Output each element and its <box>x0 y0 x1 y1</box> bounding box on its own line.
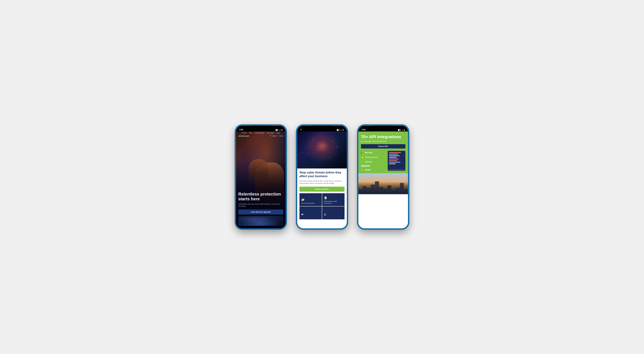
phone-3-time: 3:54 <box>362 129 366 131</box>
building-6 <box>379 187 383 194</box>
netskope-icon: 〜 <box>361 161 364 163</box>
phone-3-status-icons: ▐▌▌ ▲ ▮ <box>398 129 405 131</box>
phone-1-notch <box>250 126 271 130</box>
nav-careers[interactable]: Careers <box>242 132 246 134</box>
card-prevent-ransomware[interactable]: 📁 Prevent ransomware <box>300 193 322 206</box>
card-extra-2[interactable]: ⚙ <box>322 206 344 219</box>
mimecast-logo: mimecast <box>238 135 249 137</box>
building-4 <box>371 185 375 194</box>
network-visualization <box>297 131 347 168</box>
phone-2-time: 3 <box>300 129 302 131</box>
code-preview <box>388 151 406 171</box>
microsoft-logo: Microsoft <box>361 151 386 154</box>
code-line-2 <box>389 154 398 155</box>
phone-1-bottom-preview <box>238 216 283 226</box>
phone-2-cta-button[interactable]: Explore solutions <box>300 187 344 192</box>
paloalto-icon: ⟳ <box>361 169 364 171</box>
phones-container: 3:54 ▐▌▌ ▲ ▮ Careers Blog Contact Suppor… <box>235 125 409 229</box>
phone-3-api-title: 70+ API Integrations <box>361 134 406 139</box>
building-12 <box>404 189 408 194</box>
menu-icon: ≡ <box>278 135 279 137</box>
signal-icon: ▐▌▌ <box>336 129 340 131</box>
phone-2: 3 ▐▌▌ ▲ ▮ <box>296 125 348 229</box>
code-line-5 <box>389 158 399 159</box>
card-prevent-ransomware-label: Prevent ransomware <box>301 202 320 204</box>
phone-3-api-subtitle: for automation and orchestration. <box>361 140 406 142</box>
phone-1-hero-content: Relentless protection starts here Cybera… <box>236 161 286 228</box>
nav-login[interactable]: Login <box>276 132 280 134</box>
integration-logos-list: Microsoft ⚡ CROWDSTRIKE 〜 netskope <box>361 151 386 171</box>
building-10 <box>396 188 400 194</box>
nav-right-actions: 🔍 Search ≡ Menu <box>270 135 283 137</box>
crowdstrike-logo: ⚡ CROWDSTRIKE <box>361 156 386 159</box>
phone-1-navigation: Careers Blog Contact Support Get a quote… <box>236 131 286 138</box>
wifi-icon: ▲ <box>340 129 342 131</box>
building-2 <box>362 186 366 194</box>
crowdstrike-name: CROWDSTRIKE <box>365 157 378 158</box>
phone-1-nav-bottom: mimecast 🔍 Search ≡ Menu <box>238 135 283 137</box>
code-line-7 <box>389 162 400 163</box>
building-1 <box>358 189 362 194</box>
menu-label: Menu <box>280 135 283 137</box>
search-label: Search <box>272 135 277 137</box>
wifi-icon: ▲ <box>402 129 403 131</box>
building-7 <box>383 189 387 194</box>
building-8 <box>387 185 392 194</box>
crowdstrike-icon: ⚡ <box>361 156 364 159</box>
phone-2-content: Stop cyber threats before they affect yo… <box>297 131 347 228</box>
building-11 <box>400 183 404 194</box>
building-5 <box>375 181 379 194</box>
phone-2-cards-grid: 📁 Prevent ransomware 📋 Stop business ema… <box>300 193 344 219</box>
paloalto-logo: ⟳ paloalto <box>361 169 386 171</box>
phone-2-text-content: Stop cyber threats before they affect yo… <box>297 168 347 222</box>
phone-1-screen: Careers Blog Contact Support Get a quote… <box>236 131 286 228</box>
phone-1-cta-button[interactable]: Learn about our approach <box>238 210 283 215</box>
phone-2-headline: Stop cyber threats before they affect yo… <box>300 171 344 178</box>
building-3 <box>367 188 371 194</box>
microsoft-name: Microsoft <box>365 152 372 153</box>
wifi-icon: ▲ <box>279 129 281 131</box>
signal-icon: ▐▌▌ <box>398 129 401 131</box>
battery-icon: ▮ <box>342 129 344 131</box>
phone-2-hero-image <box>297 131 347 168</box>
phone-1-content: Careers Blog Contact Support Get a quote… <box>236 131 286 228</box>
code-line-3 <box>389 155 400 156</box>
heart-icon: ❤ <box>301 213 320 216</box>
city-image <box>358 173 408 194</box>
code-line-1 <box>389 152 401 153</box>
netskope-name: netskope <box>365 161 372 163</box>
paloalto-name: paloalto <box>365 169 370 171</box>
phone-2-status-icons: ▐▌▌ ▲ ▮ <box>336 129 344 131</box>
phone-1-status-icons: ▐▌▌ ▲ ▮ <box>275 129 282 131</box>
signal-icon: ▐▌▌ <box>275 129 278 131</box>
phone-3-screen: 70+ API Integrations for automation and … <box>358 131 408 228</box>
nav-quote[interactable]: Get a quote <box>267 132 274 134</box>
building-9 <box>392 190 396 194</box>
phone-3-integrations: Microsoft ⚡ CROWDSTRIKE 〜 netskope <box>361 151 406 171</box>
card-stop-bec[interactable]: 📋 Stop business email compromise <box>322 193 344 206</box>
code-line-6 <box>389 160 397 161</box>
nav-contact[interactable]: Contact Support <box>254 132 264 134</box>
microsoft-icon <box>361 151 364 154</box>
phone-3: 3:54 ▐▌▌ ▲ ▮ 70+ API Integrations for au… <box>358 125 409 229</box>
phone-2-body: Multi-vector attacks, phishing, BEC, ins… <box>300 180 344 185</box>
splunk-logo: splunk> <box>361 164 386 167</box>
card-stop-bec-label: Stop business email compromise <box>324 201 343 204</box>
phone-2-screen: Stop cyber threats before they affect yo… <box>297 131 347 228</box>
search-button[interactable]: 🔍 Search <box>270 135 277 137</box>
bec-icon: 📋 <box>324 196 343 200</box>
phone-1-subtext: Cyberattacks don't stop at your email pe… <box>238 203 283 207</box>
phone-3-content: 70+ API Integrations for automation and … <box>358 131 408 228</box>
phone-2-notch <box>312 126 332 130</box>
netskope-logo: 〜 netskope <box>361 161 386 163</box>
phone-3-api-section: 70+ API Integrations for automation and … <box>358 131 408 173</box>
nav-blog[interactable]: Blog <box>249 132 252 134</box>
gear-icon: ⚙ <box>324 213 343 216</box>
phone-1-headline: Relentless protection starts here <box>238 192 283 201</box>
card-extra-1[interactable]: ❤ <box>300 206 322 219</box>
battery-icon: ▮ <box>404 129 405 131</box>
menu-button[interactable]: ≡ Menu <box>278 135 283 137</box>
battery-icon: ▮ <box>282 129 282 131</box>
phone-1-nav-top: Careers Blog Contact Support Get a quote… <box>238 132 283 134</box>
phone-3-explore-btn[interactable]: Explore APIs <box>361 144 406 148</box>
